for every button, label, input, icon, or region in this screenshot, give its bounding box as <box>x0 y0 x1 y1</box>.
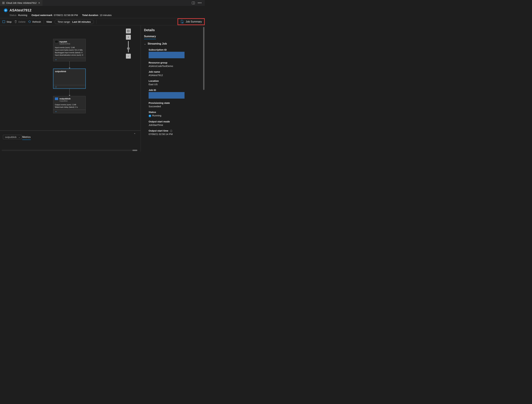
scrollbar-thumb[interactable] <box>203 27 204 90</box>
redacted-value <box>149 52 184 58</box>
horizontal-scrollbar[interactable] <box>2 150 137 151</box>
field-subscription-id: Subscription ID <box>149 48 202 58</box>
status-meta: Status Running <box>9 14 27 17</box>
field-job-id: Job ID <box>149 89 202 99</box>
tab-title: Cloud Job View: ASAtest7912 <box>6 2 37 4</box>
toolbar: Stop Delete Refresh View Time range : La… <box>0 18 205 25</box>
delete-button[interactable]: Delete <box>14 20 25 23</box>
redacted-value <box>149 92 184 99</box>
metrics-panel: outputblob ⌄ ⌃ Metrics <box>0 130 141 152</box>
node-input-metrics: Input events (sum): 1149 Input event byt… <box>53 46 86 58</box>
zoom-slider-thumb[interactable] <box>127 47 130 50</box>
trash-icon <box>14 20 17 23</box>
braces-icon[interactable]: { } <box>53 85 85 88</box>
zoom-slider[interactable] <box>128 41 129 52</box>
scrollbar-thumb[interactable] <box>133 150 137 151</box>
node-output-blob[interactable]: outputblob OutputBlob Output events (sum… <box>53 96 86 114</box>
refresh-icon <box>28 20 31 23</box>
duration-meta: Total duration 13 minutes <box>82 14 112 17</box>
link-icon[interactable]: ⫘ <box>53 110 86 113</box>
chevron-down-icon: ⌄ <box>19 136 20 138</box>
section-streaming-job[interactable]: ⌄ Streaming Job <box>144 42 202 45</box>
details-panel: Details Summary ⌄ Streaming Job Subscrip… <box>141 25 205 152</box>
list-icon <box>2 2 5 4</box>
node-query-outputblob[interactable]: outputblob { } <box>53 69 86 89</box>
node-output-metrics: Output events (sum): 1148 Watermark dela… <box>53 103 86 110</box>
field-status: Status ⟳Running <box>149 111 202 117</box>
job-diagram-canvas[interactable]: ⋯ inputeh InputEventHub Input events (su… <box>0 25 141 130</box>
running-status-icon: ⟳ <box>149 115 151 117</box>
node-input-eventhub[interactable]: ⋯ inputeh InputEventHub Input events (su… <box>53 39 86 61</box>
details-title: Details <box>144 28 202 32</box>
stop-button[interactable]: Stop <box>2 20 12 23</box>
job-title: ASAtest7912 <box>9 8 32 13</box>
close-icon[interactable]: ✕ <box>38 2 40 4</box>
job-summary-button[interactable]: Job Summary <box>177 18 205 25</box>
stop-icon <box>2 20 5 23</box>
zoom-in-button[interactable]: + <box>126 35 131 40</box>
collapse-panel-button[interactable]: ⌃ <box>133 133 136 136</box>
metrics-tab[interactable]: Metrics <box>22 136 31 140</box>
zoom-out-button[interactable]: − <box>126 54 131 59</box>
field-resource-group: Resource group ASAVsCodeToolDemo <box>149 61 202 67</box>
document-icon <box>180 20 184 24</box>
zoom-controls: + − <box>126 29 131 59</box>
blob-icon <box>55 97 58 100</box>
view-label: View <box>46 20 52 23</box>
refresh-button[interactable]: Refresh <box>28 20 41 23</box>
tab-summary[interactable]: Summary <box>144 35 156 39</box>
field-output-start-time: Output start time i 07/06/21 02:50:14 PM <box>149 129 202 135</box>
chevron-down-icon: ⌄ <box>144 42 146 45</box>
eventhub-icon: ⋯ <box>55 40 58 43</box>
stream-analytics-icon: ⟳ <box>4 8 7 12</box>
svg-rect-3 <box>128 31 129 32</box>
editor-tab-cloud-job-view[interactable]: Cloud Job View: ASAtest7912 ✕ <box>0 0 43 6</box>
field-provisioning-state: Provisioning state Succeeded <box>149 101 202 108</box>
link-icon[interactable]: ⫘ <box>53 58 86 61</box>
vertical-scrollbar[interactable] <box>203 27 204 132</box>
more-actions-icon[interactable]: ••• <box>198 1 202 4</box>
field-output-start-mode: Output start mode JobStartTime <box>149 120 202 126</box>
field-location: Location East US <box>149 80 202 86</box>
info-icon[interactable]: i <box>170 130 172 132</box>
time-range-selector[interactable]: Time range : Last 30 minutes <box>55 19 94 24</box>
watermark-meta: Output watermark 07/06/21 02:58:08 PM <box>32 14 78 17</box>
output-selector[interactable]: outputblob ⌄ <box>3 135 22 139</box>
svg-rect-0 <box>3 21 5 23</box>
editor-tab-bar: Cloud Job View: ASAtest7912 ✕ ••• <box>0 0 205 6</box>
zoom-fit-button[interactable] <box>126 29 131 33</box>
split-editor-icon[interactable] <box>192 2 195 4</box>
svg-rect-2 <box>127 30 129 32</box>
job-header: ⟳ ASAtest7912 Status Running Output wate… <box>0 6 205 18</box>
field-job-name: Job name ASAtest7912 <box>149 70 202 76</box>
